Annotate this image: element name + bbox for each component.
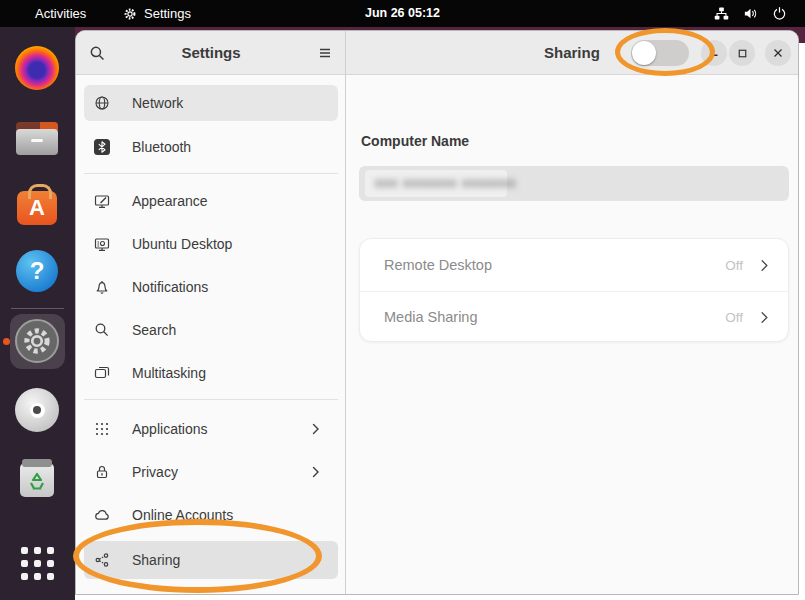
power-icon[interactable]: [771, 6, 787, 22]
dock: A ?: [0, 27, 75, 600]
help-icon[interactable]: ?: [15, 249, 59, 293]
clock[interactable]: Jun 26 05:12: [0, 0, 805, 27]
sidebar-item-label: Applications: [132, 421, 208, 437]
maximize-button[interactable]: [729, 40, 755, 66]
remote-desktop-status: Off: [725, 258, 743, 273]
computer-name-input[interactable]: xxx xxxxxxx xxxxxxx: [359, 166, 789, 201]
top-bar: Activities Jun 26 05:12 Settings: [0, 0, 805, 27]
applications-icon: [94, 421, 110, 437]
privacy-lock-icon: [94, 464, 110, 480]
chevron-right-icon: [308, 421, 324, 437]
window-title: Settings: [76, 31, 346, 74]
running-indicator-dot: [3, 338, 10, 345]
remote-desktop-label: Remote Desktop: [384, 257, 725, 273]
desktop-screen: Activities Jun 26 05:12 Settings: [0, 0, 805, 600]
sidebar-item-network[interactable]: Network: [84, 85, 338, 121]
sidebar-separator: [84, 173, 338, 174]
sidebar-item-label: Search: [132, 322, 176, 338]
sidebar-item-label: Bluetooth: [132, 139, 191, 155]
media-sharing-status: Off: [725, 310, 743, 325]
dock-separator: [11, 308, 64, 309]
sidebar-headerbar: Settings: [76, 31, 346, 75]
trash-icon[interactable]: [15, 456, 59, 500]
cloud-icon: [94, 507, 110, 523]
main-headerbar: Sharing: [346, 31, 799, 75]
ubuntu-desktop-icon: [94, 236, 110, 252]
media-sharing-label: Media Sharing: [384, 309, 725, 325]
bluetooth-icon: [94, 139, 110, 155]
ubuntu-software-icon[interactable]: A: [15, 183, 59, 227]
search-icon: [94, 322, 110, 338]
settings-sidebar: Network Bluetooth Appearance Ubuntu: [76, 75, 346, 595]
volume-icon[interactable]: [742, 6, 758, 22]
media-sharing-row[interactable]: Media Sharing Off: [360, 291, 788, 342]
show-apps-icon[interactable]: [15, 541, 59, 585]
chevron-right-icon: [308, 464, 324, 480]
sidebar-item-label: Appearance: [132, 193, 208, 209]
hamburger-menu-button[interactable]: [314, 42, 336, 64]
computer-name-value-blurred: xxx xxxxxxx xxxxxxx: [375, 175, 516, 190]
sidebar-item-bluetooth[interactable]: Bluetooth: [84, 129, 338, 165]
network-icon: [94, 95, 110, 111]
sharing-panel: Computer Name xxx xxxxxxx xxxxxxx Remote…: [346, 75, 799, 595]
close-button[interactable]: [765, 40, 791, 66]
sidebar-item-label: Notifications: [132, 279, 208, 295]
sidebar-item-appearance[interactable]: Appearance: [84, 183, 338, 219]
chevron-right-icon: [757, 310, 772, 325]
app-menu-label: Settings: [144, 6, 191, 21]
files-icon[interactable]: [15, 116, 59, 160]
sidebar-item-label: Privacy: [132, 464, 178, 480]
remote-desktop-row[interactable]: Remote Desktop Off: [360, 239, 788, 291]
settings-window: Settings Sharing: [75, 30, 799, 595]
sidebar-item-privacy[interactable]: Privacy: [84, 454, 338, 490]
firefox-icon[interactable]: [15, 46, 59, 90]
chevron-right-icon: [757, 258, 772, 273]
sidebar-item-label: Network: [132, 95, 183, 111]
annotation-ellipse-sharing: [73, 519, 322, 593]
settings-gear-icon[interactable]: [15, 319, 59, 363]
sidebar-item-multitasking[interactable]: Multitasking: [84, 355, 338, 391]
app-menu-button[interactable]: Settings: [122, 0, 191, 27]
sidebar-item-ubuntu-desktop[interactable]: Ubuntu Desktop: [84, 226, 338, 262]
disc-icon[interactable]: [15, 388, 59, 432]
sidebar-item-label: Ubuntu Desktop: [132, 236, 232, 252]
gear-icon: [122, 6, 138, 22]
computer-name-label: Computer Name: [361, 133, 469, 149]
sidebar-item-applications[interactable]: Applications: [84, 411, 338, 447]
sidebar-item-label: Multitasking: [132, 365, 206, 381]
sidebar-item-notifications[interactable]: Notifications: [84, 269, 338, 305]
sidebar-separator: [84, 399, 338, 400]
network-status-icon[interactable]: [713, 6, 729, 22]
appearance-icon: [94, 193, 110, 209]
page-title: Sharing: [544, 31, 600, 74]
multitasking-icon: [94, 365, 110, 381]
annotation-ellipse-toggle: [615, 28, 715, 76]
notifications-icon: [94, 279, 110, 295]
sidebar-item-search[interactable]: Search: [84, 312, 338, 348]
sharing-options-card: Remote Desktop Off Media Sharing Off: [359, 238, 789, 342]
